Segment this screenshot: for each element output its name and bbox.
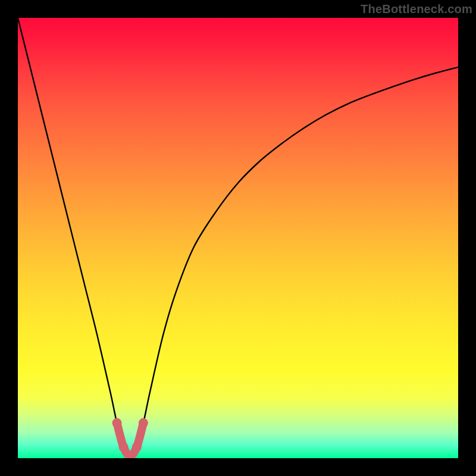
marker-dot — [119, 443, 129, 452]
chart-frame: TheBottleneck.com — [0, 0, 476, 476]
plot-area — [18, 18, 458, 458]
bottleneck-curve — [18, 18, 458, 458]
marker-dot — [139, 418, 148, 428]
marker-dot — [112, 418, 122, 428]
curve-path — [18, 18, 458, 456]
watermark-text: TheBottleneck.com — [361, 2, 472, 16]
marker-dot — [132, 443, 142, 452]
